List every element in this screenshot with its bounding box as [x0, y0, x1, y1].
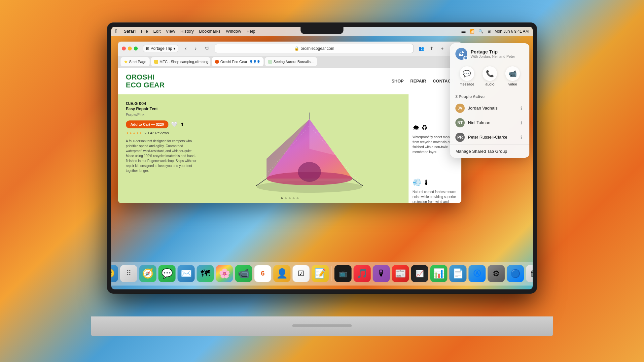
dock-mail[interactable]: ✉️ — [178, 265, 195, 282]
popover-actions: 💬 message 📞 audio 📹 — [450, 63, 529, 91]
menu-edit[interactable]: Edit — [153, 29, 161, 34]
systemprefs-icon: ⚙ — [493, 269, 500, 278]
dock-contacts[interactable]: 👤 — [273, 265, 291, 282]
battery-icon: ▬ — [462, 29, 466, 34]
control-center-icon[interactable]: ⊞ — [487, 29, 491, 34]
pages-icon: 📄 — [452, 268, 464, 279]
dock-podcasts[interactable]: 🎙 — [373, 265, 390, 282]
wishlist-icon[interactable]: 🤍 — [171, 121, 178, 127]
tab-aurora[interactable]: Seeing Aurora Borealis... — [265, 57, 317, 66]
carousel-dot-4[interactable] — [293, 197, 295, 199]
tab-oroshi[interactable]: Oroshi Eco Gear 👤👤👤 — [212, 57, 264, 66]
site-brand: OROSHI ECO GEAR — [126, 73, 164, 89]
dock-safari[interactable]: 🧭 — [139, 265, 157, 282]
back-button[interactable]: ‹ — [181, 44, 190, 53]
message-action-button[interactable]: 💬 message — [460, 66, 475, 86]
popover-group-avatar: 🏕 — [455, 48, 467, 60]
dock-launchpad[interactable]: ⠿ — [120, 265, 137, 282]
dock-systemprefs[interactable]: ⚙ — [488, 265, 505, 282]
screen-inner:  Safari File Edit View History Bookmark… — [111, 27, 533, 289]
safari-toolbar: ⊞ Portage Trip ▾ ‹ › 🛡 🔒 oroshiecogear.c… — [118, 42, 461, 56]
carousel-dot-5[interactable] — [297, 197, 299, 199]
tab-mec[interactable]: MEC - Shop camping,climbing... — [151, 57, 210, 66]
menu-bookmarks[interactable]: Bookmarks — [199, 29, 221, 34]
dock-finder[interactable]: 🙂 — [111, 265, 118, 282]
tab-oroshi-label: Oroshi Eco Gear — [220, 60, 247, 64]
screen-bezel:  Safari File Edit View History Bookmark… — [107, 23, 537, 293]
dock-messages[interactable]: 💬 — [159, 265, 176, 282]
audio-action-button[interactable]: 📞 audio — [483, 66, 497, 86]
feature-wind-text: Natural coated fabrics reduce noise whil… — [412, 189, 457, 203]
person-row-niel[interactable]: NT Niel Tolman ℹ — [450, 115, 529, 130]
video-action-button[interactable]: 📹 video — [505, 66, 520, 86]
share-button[interactable]: ⬆ — [427, 44, 436, 53]
dock-photos[interactable]: 🌸 — [216, 265, 233, 282]
oroshi-favicon — [215, 60, 219, 64]
menu-view[interactable]: View — [166, 29, 175, 34]
share-product-icon[interactable]: ⬆ — [180, 122, 184, 127]
dock-stocks[interactable]: 📈 — [411, 265, 428, 282]
feature-wind: 💨 🌡 — [412, 178, 457, 187]
dock-reminders[interactable]: ☑ — [293, 265, 310, 282]
add-to-cart-button[interactable]: Add to Cart — $220 — [126, 120, 168, 128]
nav-buttons: ‹ › — [181, 44, 200, 53]
dock-music[interactable]: 🎵 — [354, 265, 371, 282]
peter-info-button[interactable]: ℹ — [518, 134, 524, 140]
close-button[interactable] — [122, 47, 126, 50]
message-label: message — [460, 82, 475, 86]
product-info: O.E.G 004 Easy Repair Tent Purple/Pink A… — [118, 94, 210, 203]
dock-facetime[interactable]: 📹 — [235, 265, 252, 282]
jordan-info-button[interactable]: ℹ — [518, 105, 524, 111]
traffic-lights — [122, 47, 138, 50]
privacy-shield-button[interactable]: 🛡 — [203, 44, 212, 53]
address-bar[interactable]: 🔒 oroshiecogear.com — [215, 44, 414, 53]
dock-news[interactable]: 📰 — [392, 265, 409, 282]
contacts-icon: 👤 — [276, 268, 288, 279]
carousel-dot-3[interactable] — [289, 197, 291, 199]
menu-app-name[interactable]: Safari — [124, 29, 136, 34]
dock-appletv[interactable]: 📺 — [335, 265, 352, 282]
dock-trash[interactable]: 🗑 — [526, 265, 533, 282]
person-row-jordan[interactable]: JV Jordan Vadnais ℹ — [450, 101, 529, 115]
privacy-icon: 🔵 — [511, 269, 520, 278]
tab-avatar-indicators: 👤👤👤 — [249, 60, 260, 63]
minimize-button[interactable] — [128, 47, 132, 50]
nav-shop[interactable]: SHOP — [391, 79, 404, 83]
manage-shared-tab-group[interactable]: Manage Shared Tab Group — [450, 145, 529, 158]
nav-repair[interactable]: REPAIR — [410, 79, 426, 83]
popover-title-area: Portage Trip With Jordan, Neil and Peter — [471, 49, 515, 58]
tab-aurora-label: Seeing Aurora Borealis... — [273, 60, 314, 64]
dock-maps[interactable]: 🗺 — [197, 265, 214, 282]
carousel-dot-2[interactable] — [285, 197, 287, 199]
new-tab-button[interactable]: + — [438, 44, 447, 53]
dock-privacy[interactable]: 🔵 — [507, 265, 524, 282]
tab-group-button[interactable]: ⊞ Portage Trip ▾ — [143, 45, 178, 52]
dock-numbers[interactable]: 📊 — [430, 265, 447, 282]
mail-icon: ✉️ — [180, 268, 192, 279]
carousel-dot-1[interactable] — [281, 197, 283, 199]
share-profile-button[interactable]: 👥 — [416, 44, 426, 53]
tab-start-page[interactable]: ⭐ Start Page — [121, 57, 150, 66]
menu-history[interactable]: History — [180, 29, 194, 34]
news-icon: 📰 — [395, 268, 406, 279]
start-page-favicon: ⭐ — [124, 60, 128, 64]
apple-logo-icon[interactable]:  — [115, 28, 117, 34]
forward-button[interactable]: › — [191, 44, 200, 53]
dock-appstore[interactable]: Ⓐ — [469, 265, 486, 282]
launchpad-icon: ⠿ — [126, 269, 131, 278]
menu-help[interactable]: Help — [246, 29, 255, 34]
search-icon[interactable]: 🔍 — [479, 29, 483, 34]
dock-pages[interactable]: 📄 — [449, 265, 467, 282]
person-row-peter[interactable]: PR Peter Russell-Clarke ℹ — [450, 130, 529, 145]
url-text: oroshiecogear.com — [301, 46, 334, 51]
group-avatar-icon: 🏕 — [459, 51, 464, 57]
brand-line1: OROSHI — [126, 73, 164, 81]
niel-info-button[interactable]: ℹ — [518, 120, 524, 126]
audio-icon-circle: 📞 — [483, 66, 497, 81]
menu-window[interactable]: Window — [226, 29, 241, 34]
menu-file[interactable]: File — [141, 29, 148, 34]
dock-calendar[interactable]: 6 — [254, 265, 271, 282]
dock: 🙂 ⠿ 🧭 💬 ✉️ 🗺 — [111, 262, 533, 285]
dock-notes[interactable]: 📝 — [312, 265, 329, 282]
fullscreen-button[interactable] — [134, 47, 138, 50]
